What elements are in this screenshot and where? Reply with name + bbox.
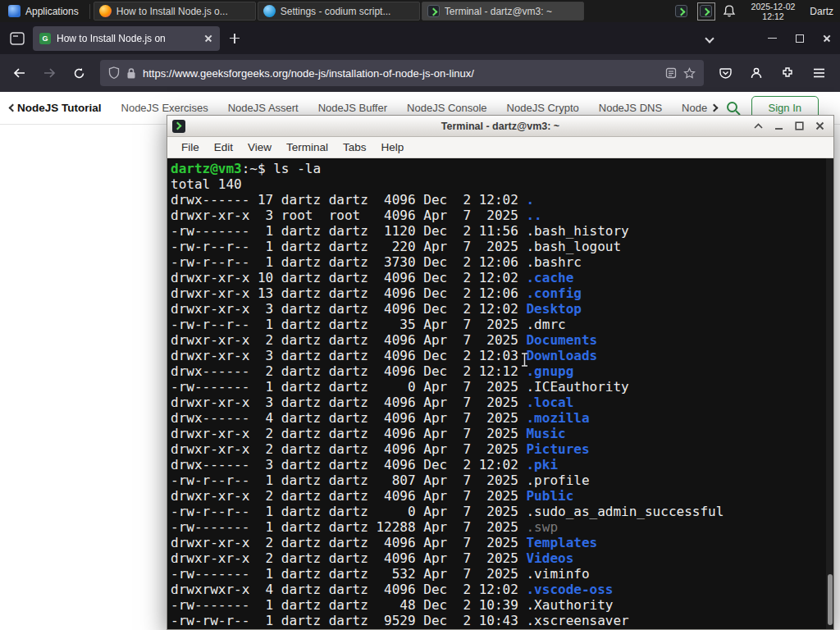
browser-tab[interactable]: G How to Install Node.js on: [33, 26, 220, 51]
terminal-tray-icon-focused[interactable]: [697, 2, 715, 21]
terminal-output: dartz@vm3:~$ ls -latotal 140drwx------ 1…: [167, 158, 833, 628]
ls-row: drwxr-xr-x 13 dartz dartz 4096 Dec 2 12:…: [171, 285, 830, 301]
system-tray: 2025-12-02 12:12 Dartz: [673, 2, 840, 21]
ls-row: -rw------- 1 dartz dartz 48 Dec 2 10:39 …: [171, 597, 830, 613]
tracking-shield-icon[interactable]: [108, 66, 120, 80]
firefox-icon: [99, 5, 112, 17]
extensions-icon[interactable]: [774, 60, 801, 86]
browser-toolbar: https://www.geeksforgeeks.org/node-js/in…: [0, 54, 840, 92]
bookmark-star-icon[interactable]: [683, 67, 696, 80]
taskbar-window-0[interactable]: How to Install Node.js o...: [94, 2, 256, 21]
ls-row: drwxr-xr-x 3 dartz dartz 4096 Apr 7 2025…: [171, 395, 830, 410]
terminal-titlebar[interactable]: Terminal - dartz@vm3: ~: [167, 116, 833, 137]
search-icon[interactable]: [725, 100, 742, 116]
terminal-icon: [427, 5, 440, 17]
site-nav-item-3[interactable]: NodeJS Buffer: [318, 102, 387, 114]
bell-icon[interactable]: [722, 4, 737, 19]
ls-row: drwxr-xr-x 10 dartz dartz 4096 Dec 2 12:…: [171, 270, 830, 285]
site-nav-item-1[interactable]: NodeJS Exercises: [121, 102, 208, 114]
account-icon[interactable]: [743, 60, 769, 86]
ls-row: drwxrwxr-x 4 dartz dartz 4096 Dec 2 12:0…: [171, 582, 830, 597]
desktop: Applications How to Install Node.js o...…: [0, 0, 840, 630]
terminal-prompt-line: dartz@vm3:~$ ls -la: [171, 161, 830, 176]
ls-row: -rw-r--r-- 1 dartz dartz 3730 Dec 2 12:0…: [171, 254, 830, 270]
terminal-menu-terminal[interactable]: Terminal: [279, 137, 336, 158]
menu-icon[interactable]: [806, 60, 832, 86]
reload-icon[interactable]: [66, 60, 92, 86]
ls-row: -rw-r--r-- 1 dartz dartz 220 Apr 7 2025 …: [171, 239, 830, 254]
site-nav-items: NodeJS TutorialNodeJS ExercisesNodeJS As…: [17, 102, 710, 114]
terminal-icon: [675, 5, 687, 17]
site-nav-item-7[interactable]: Node: [682, 102, 707, 114]
back-icon[interactable]: [7, 60, 33, 86]
desktop-panel: Applications How to Install Node.js o...…: [0, 0, 840, 22]
clock-time: 12:12: [762, 11, 783, 21]
terminal-window: Terminal - dartz@vm3: ~ FileEditViewTerm…: [167, 115, 834, 630]
ls-row: drwxr-xr-x 2 dartz dartz 4096 Apr 7 2025…: [171, 535, 830, 550]
ls-row: drwxr-xr-x 2 dartz dartz 4096 Apr 7 2025…: [171, 426, 830, 441]
firefox-view-icon[interactable]: [5, 27, 30, 50]
reader-mode-icon[interactable]: [665, 67, 677, 79]
terminal-tray-icon[interactable]: [673, 2, 691, 21]
ls-row: drwxr-xr-x 3 dartz dartz 4096 Dec 2 12:0…: [171, 301, 830, 317]
taskbar-window-title: How to Install Node.js o...: [116, 6, 228, 17]
applications-menu[interactable]: Applications: [0, 0, 87, 22]
terminal-screen[interactable]: dartz@vm3:~$ ls -latotal 140drwx------ 1…: [167, 158, 833, 629]
terminal-menu-file[interactable]: File: [174, 137, 207, 158]
window-maximize-icon[interactable]: [786, 27, 813, 50]
pocket-icon[interactable]: [712, 60, 738, 86]
site-nav-item-0[interactable]: NodeJS Tutorial: [17, 102, 102, 114]
window-minimize-icon[interactable]: [770, 118, 788, 135]
browser-tab-strip: G How to Install Node.js on: [0, 22, 840, 54]
site-nav-item-2[interactable]: NodeJS Assert: [228, 102, 299, 114]
text-cursor-icon: [520, 353, 529, 370]
site-nav-item-4[interactable]: NodeJS Console: [407, 102, 487, 114]
terminal-menu-view[interactable]: View: [240, 137, 279, 158]
window-close-icon[interactable]: [813, 27, 840, 50]
terminal-menu-help[interactable]: Help: [374, 137, 412, 158]
terminal-total-line: total 140: [171, 176, 830, 192]
terminal-scrollbar-thumb[interactable]: [828, 574, 833, 625]
ls-row: drwx------ 4 dartz dartz 4096 Apr 7 2025…: [171, 410, 830, 426]
ls-row: drwxr-xr-x 3 root root 4096 Apr 7 2025 .…: [171, 208, 830, 223]
taskbar-window-title: Terminal - dartz@vm3: ~: [445, 6, 552, 17]
window-minimize-icon[interactable]: [759, 27, 786, 50]
url-bar[interactable]: https://www.geeksforgeeks.org/node-js/in…: [100, 60, 704, 86]
site-nav-item-5[interactable]: NodeJS Crypto: [507, 102, 579, 114]
terminal-scrollbar[interactable]: [826, 158, 833, 629]
taskbar-window-title: Settings - codium script...: [281, 6, 391, 17]
taskbar-window-2[interactable]: Terminal - dartz@vm3: ~: [422, 2, 584, 21]
ls-row: -rw-r--r-- 1 dartz dartz 35 Apr 7 2025 .…: [171, 317, 830, 332]
ls-row: -rw-r--r-- 1 dartz dartz 807 Apr 7 2025 …: [171, 472, 830, 488]
lock-icon[interactable]: [126, 67, 136, 80]
applications-label: Applications: [25, 6, 79, 17]
panel-clock[interactable]: 2025-12-02 12:12: [751, 2, 796, 21]
ls-row: -rw------- 1 dartz dartz 1120 Dec 2 11:5…: [171, 223, 830, 239]
terminal-icon: [700, 5, 712, 17]
clock-date: 2025-12-02: [751, 2, 796, 11]
ls-row: drwxr-xr-x 2 dartz dartz 4096 Apr 7 2025…: [171, 441, 830, 457]
applications-icon: [8, 5, 21, 17]
new-tab-icon[interactable]: [223, 27, 246, 50]
terminal-menu-edit[interactable]: Edit: [207, 137, 240, 158]
ls-row: drwxr-xr-x 3 dartz dartz 4096 Dec 2 12:0…: [171, 348, 830, 363]
taskbar-windows: How to Install Node.js o...Settings - co…: [93, 0, 585, 22]
tab-close-icon[interactable]: [203, 34, 213, 43]
codium-icon: [263, 5, 276, 17]
terminal-icon: [172, 120, 185, 133]
url-text[interactable]: https://www.geeksforgeeks.org/node-js/in…: [143, 67, 659, 80]
forward-icon[interactable]: [36, 60, 62, 86]
taskbar-window-1[interactable]: Settings - codium script...: [258, 2, 420, 21]
nav-prev-chevron-icon[interactable]: [9, 104, 17, 112]
window-close-icon[interactable]: [811, 118, 829, 135]
terminal-menu-tabs[interactable]: Tabs: [336, 137, 374, 158]
shade-icon[interactable]: [750, 118, 767, 135]
tabs-list-chevron-icon[interactable]: [698, 27, 721, 50]
site-nav-item-6[interactable]: NodeJS DNS: [599, 102, 662, 114]
window-maximize-icon[interactable]: [791, 118, 808, 135]
ls-row: -rw-rw-r-- 1 dartz dartz 9529 Dec 2 10:4…: [171, 613, 830, 628]
ls-row: -rw------- 1 dartz dartz 532 Apr 7 2025 …: [171, 566, 830, 582]
panel-separator: [89, 4, 90, 19]
terminal-window-controls: [750, 118, 829, 135]
nav-next-chevron-icon[interactable]: [710, 104, 718, 112]
